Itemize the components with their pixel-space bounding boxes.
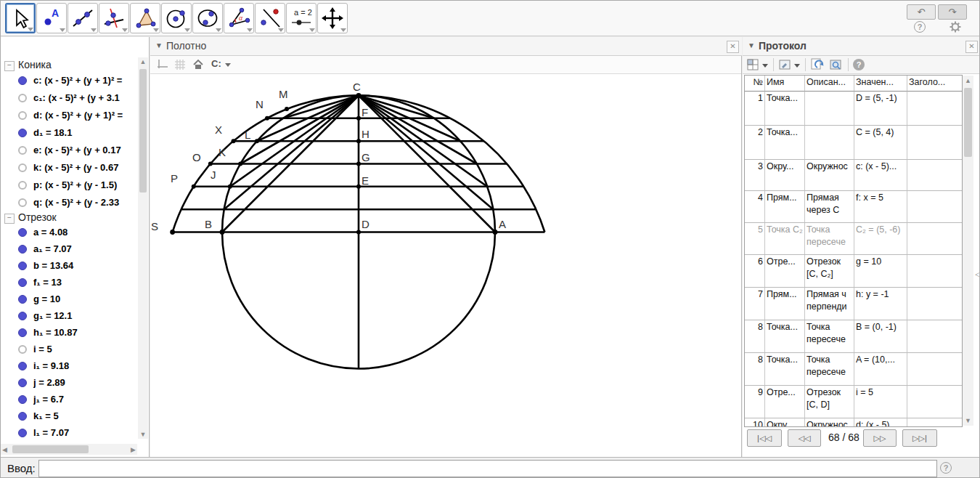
algebra-item[interactable]: j₁ = 6.7 — [33, 394, 137, 405]
visibility-marble[interactable] — [18, 295, 27, 304]
vertical-scrollbar[interactable]: ▲ ▼ — [138, 57, 148, 439]
columns-icon[interactable] — [747, 59, 759, 71]
visibility-marble[interactable] — [18, 129, 27, 137]
visibility-marble[interactable] — [18, 228, 27, 237]
tool-angle-button[interactable]: α — [224, 3, 254, 33]
column-header[interactable]: № — [745, 76, 765, 92]
group-collapse-icon[interactable]: − — [4, 214, 15, 224]
input-help-icon[interactable]: ? — [940, 462, 952, 474]
tool-polygon-button[interactable] — [130, 3, 160, 33]
tool-move-canvas-button[interactable] — [317, 3, 348, 33]
column-header[interactable]: Описан... — [805, 76, 854, 92]
algebra-item[interactable]: k: (x - 5)² + (y - 0.67 — [33, 162, 137, 173]
visibility-marble[interactable] — [18, 76, 27, 85]
algebra-item[interactable]: q: (x - 5)² + (y - 2.33 — [33, 197, 137, 208]
chevron-down-icon[interactable] — [793, 63, 801, 68]
tool-line-button[interactable] — [68, 3, 98, 33]
visibility-marble[interactable] — [18, 146, 27, 155]
algebra-item[interactable]: g₁ = 12.1 — [33, 310, 137, 321]
chevron-down-icon[interactable] — [224, 62, 232, 68]
table-row[interactable]: 6Отре... Отрезок [C, C₂]g = 10 — [745, 255, 962, 288]
algebra-item[interactable]: d₁ = 18.1 — [33, 127, 137, 138]
redo-button[interactable]: ↷ — [938, 4, 967, 20]
visibility-marble[interactable] — [18, 111, 27, 120]
algebra-item[interactable]: l₁ = 7.07 — [33, 427, 137, 438]
nav-first-button[interactable]: |◁◁ — [747, 429, 782, 447]
visibility-marble[interactable] — [18, 262, 27, 270]
column-header[interactable]: Заголо... — [907, 76, 962, 92]
tool-slider-button[interactable]: a = 2 — [286, 3, 317, 33]
visibility-marble[interactable] — [18, 181, 27, 190]
algebra-item[interactable]: h₁ = 10.87 — [33, 327, 137, 338]
column-header[interactable]: Имя — [765, 76, 805, 92]
tool-conic-button[interactable] — [192, 3, 223, 33]
options-icon[interactable] — [779, 59, 791, 71]
replay-construction-icon[interactable] — [811, 58, 825, 72]
vertical-scrollbar[interactable]: ▲ ▼ — [963, 76, 973, 426]
algebra-item[interactable]: i = 5 — [33, 344, 137, 355]
undo-button[interactable]: ↶ — [907, 4, 936, 20]
home-icon[interactable] — [192, 58, 205, 71]
close-icon[interactable]: ✕ — [965, 41, 978, 53]
tool-reflection-button[interactable] — [255, 3, 285, 33]
table-row[interactable]: 7Прям... Прямая ч перпендиh: y = -1 — [745, 288, 962, 320]
graphics-view[interactable]: ▼ Полотно ✕ C: — [150, 37, 742, 457]
horizontal-scrollbar[interactable]: ◀ ▶ — [1, 444, 137, 455]
visibility-marble[interactable] — [18, 278, 27, 287]
panel-collapse-icon[interactable]: ▼ — [748, 41, 755, 49]
table-row[interactable]: 1Точка... D = (5, -1) — [745, 92, 962, 126]
visibility-marble[interactable] — [18, 362, 27, 370]
geometry-drawing[interactable]: C M N X L O K P J B S F H G E D A — [150, 74, 742, 457]
table-row[interactable]: 9Отре... Отрезок [C, D]i = 5 — [745, 386, 962, 418]
visibility-marble[interactable] — [18, 328, 27, 337]
visibility-marble[interactable] — [18, 312, 27, 320]
grid-icon[interactable] — [173, 58, 187, 71]
table-row[interactable]: 8Точка... Точка пересечеB = (0, -1) — [745, 320, 962, 353]
selected-object-label[interactable]: C: — [211, 58, 221, 69]
algebra-item[interactable]: f₁ = 13 — [33, 277, 137, 288]
chevron-down-icon[interactable] — [761, 63, 769, 68]
visibility-marble[interactable] — [18, 412, 27, 421]
export-icon[interactable] — [830, 58, 843, 71]
nav-last-button[interactable]: ▷▷| — [902, 429, 937, 447]
tool-dropdown-icon[interactable] — [28, 28, 33, 31]
algebra-item[interactable]: c₁: (x - 5)² + (y + 3.1 — [33, 92, 137, 103]
algebra-item[interactable]: a₁ = 7.07 — [33, 243, 137, 254]
close-icon[interactable]: ✕ — [727, 41, 739, 53]
nav-forward-button[interactable]: ▷▷ — [863, 429, 897, 447]
algebra-item[interactable]: a = 4.08 — [33, 227, 137, 238]
table-row[interactable]: 4Прям... Прямая через Cf: x = 5 — [745, 191, 962, 223]
tool-point-button[interactable]: A — [36, 3, 67, 33]
tool-move-button[interactable] — [5, 3, 36, 33]
visibility-marble[interactable] — [18, 245, 27, 254]
algebra-item[interactable]: b = 13.64 — [33, 260, 137, 271]
column-header[interactable]: Значен... — [854, 76, 907, 92]
visibility-marble[interactable] — [18, 345, 27, 354]
panel-collapse-icon[interactable]: ▼ — [155, 41, 163, 49]
visibility-marble[interactable] — [18, 198, 27, 207]
algebra-item[interactable]: i₁ = 9.18 — [33, 360, 137, 371]
visibility-marble[interactable] — [18, 94, 27, 102]
command-input[interactable] — [38, 460, 937, 477]
algebra-item[interactable]: k₁ = 5 — [33, 410, 137, 421]
algebra-item[interactable]: e: (x - 5)² + (y + 0.17 — [33, 145, 137, 155]
help-icon[interactable]: ? — [853, 59, 865, 70]
table-row[interactable]: 5Точка C₂ Точка пересечеC₂ = (5, -6) — [745, 223, 962, 255]
table-row[interactable]: 10Окру... Окружносd: (x - 5)... — [745, 418, 962, 427]
table-row[interactable]: 3Окру... Окружносc: (x - 5)... — [745, 160, 962, 191]
nav-back-button[interactable]: ◁◁ — [788, 429, 821, 447]
table-row[interactable]: 2Точка... C = (5, 4) — [745, 126, 962, 160]
table-row[interactable]: 8Точка... Точка пересечеA = (10,... — [745, 353, 962, 386]
panel-collapse-handle-icon[interactable]: ◁ — [975, 270, 980, 279]
visibility-marble[interactable] — [18, 378, 27, 387]
help-icon[interactable]: ? — [914, 21, 926, 33]
visibility-marble[interactable] — [18, 429, 27, 437]
algebra-item[interactable]: j = 2.89 — [33, 377, 137, 388]
axes-icon[interactable] — [156, 58, 169, 71]
tool-circle-button[interactable] — [161, 3, 192, 33]
tool-perpendicular-button[interactable] — [99, 3, 129, 33]
algebra-item[interactable]: g = 10 — [33, 293, 137, 304]
algebra-item[interactable]: d: (x - 5)² + (y + 1)² = — [33, 110, 137, 121]
algebra-item[interactable]: c: (x - 5)² + (y + 1)² = — [33, 75, 137, 86]
visibility-marble[interactable] — [18, 395, 27, 404]
